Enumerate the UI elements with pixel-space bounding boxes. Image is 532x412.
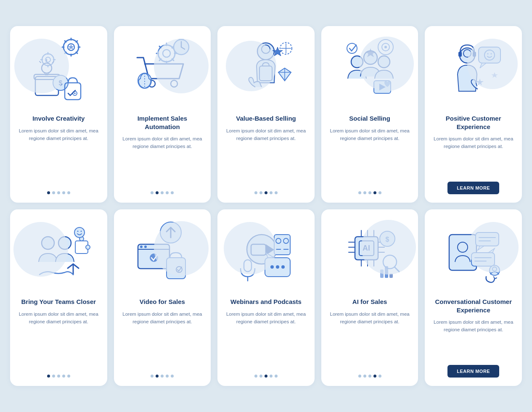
dot-3[interactable] (161, 191, 164, 194)
svg-point-91 (140, 246, 143, 248)
dot-2[interactable] (52, 375, 55, 378)
card-illustration-automation (114, 26, 211, 110)
dot-4[interactable] (62, 191, 65, 194)
card-body-conv-cx: Conversational Customer Experience Lorem… (425, 293, 522, 378)
card-dots-webinars (254, 375, 278, 378)
dot-1[interactable] (47, 191, 50, 194)
card-title-video: Video for Sales (140, 298, 185, 306)
dot-5[interactable] (171, 375, 174, 378)
card-desc-positive-cx: Lorem ipsum dolor sit dim amet, mea regi… (432, 135, 514, 176)
card-dots-teams (47, 375, 70, 378)
svg-point-92 (144, 246, 147, 248)
dot-2[interactable] (363, 375, 366, 378)
dot-2[interactable] (259, 191, 262, 194)
dot-2[interactable] (52, 191, 55, 194)
card-desc-ai-sales: Lorem ipsum dolor sit dim amet, mea regi… (329, 310, 411, 369)
card-desc-conv-cx: Lorem ipsum dolor sit dim amet, mea regi… (432, 318, 514, 359)
card-title-teams: Bring Your Teams Closer (21, 298, 96, 306)
svg-point-84 (86, 245, 90, 249)
dot-1[interactable] (254, 375, 257, 378)
card-illustration-value-selling (217, 26, 315, 110)
dot-5[interactable] (378, 191, 381, 194)
dot-1[interactable] (254, 191, 257, 194)
svg-point-101 (270, 265, 274, 269)
dot-4[interactable] (62, 375, 65, 378)
dot-5[interactable] (378, 375, 381, 378)
card-illustration-ai-sales: AI $ (321, 209, 418, 293)
card-social-selling: Social Selling Lorem ipsum dolor sit dim… (321, 26, 418, 203)
dot-5[interactable] (171, 191, 174, 194)
card-title-positive-cx: Positive Customer Experience (432, 114, 514, 131)
dot-1[interactable] (151, 191, 154, 194)
dot-1[interactable] (151, 375, 154, 378)
dot-4[interactable] (373, 191, 376, 194)
svg-line-9 (76, 41, 77, 42)
card-desc-creativity: Lorem ipsum dolor sit dim amet, mea regi… (18, 127, 100, 186)
svg-point-103 (281, 265, 285, 269)
dot-3[interactable] (368, 375, 371, 378)
svg-line-6 (65, 41, 66, 42)
card-dots-ai-sales (358, 375, 381, 378)
card-dots-creativity (47, 191, 70, 194)
dot-4[interactable] (166, 191, 169, 194)
card-implement-sales-automation: Implement Sales Automation Lorem ipsum d… (114, 26, 211, 203)
svg-point-62 (347, 43, 357, 53)
dot-4[interactable] (373, 375, 376, 378)
card-conversational-cx: Conversational Customer Experience Lorem… (425, 209, 522, 386)
dot-5[interactable] (67, 191, 70, 194)
dot-5[interactable] (275, 191, 278, 194)
dot-4[interactable] (270, 191, 273, 194)
card-desc-value-selling: Lorem ipsum dolor sit dim amet, mea regi… (225, 127, 307, 186)
card-desc-webinars: Lorem ipsum dolor sit dim amet, mea regi… (225, 310, 307, 369)
card-body-teams: Bring Your Teams Closer Lorem ipsum dolo… (10, 293, 107, 378)
card-video-for-sales: Video for Sales Lorem ipsum dolor sit di… (114, 209, 211, 386)
dot-3[interactable] (57, 375, 60, 378)
card-bring-teams-closer: Bring Your Teams Closer Lorem ipsum dolo… (10, 209, 107, 386)
dot-3[interactable] (161, 375, 164, 378)
dot-3[interactable] (368, 191, 371, 194)
card-body-webinars: Webinars and Podcasts Lorem ipsum dolor … (217, 293, 315, 378)
card-illustration-conv-cx (425, 209, 522, 293)
card-body-creativity: Involve Creativity Lorem ipsum dolor sit… (10, 110, 107, 194)
dot-2[interactable] (156, 375, 159, 378)
dot-4[interactable] (270, 375, 273, 378)
svg-line-7 (76, 52, 77, 53)
card-title-social-selling: Social Selling (349, 114, 390, 123)
card-body-positive-cx: Positive Customer Experience Lorem ipsum… (425, 110, 522, 194)
dot-2[interactable] (156, 191, 159, 194)
card-webinars-podcasts: Webinars and Podcasts Lorem ipsum dolor … (217, 209, 315, 386)
card-positive-cx: Positive Customer Experience Lorem ipsum… (425, 26, 522, 203)
card-involve-creativity: $ Involve Creativity Lorem ipsum dolor s… (10, 26, 107, 203)
learn-more-button-positive-cx[interactable]: LEARN MORE (447, 182, 499, 194)
dot-1[interactable] (47, 375, 50, 378)
card-grid: $ Involve Creativity Lorem ipsum dolor s… (10, 26, 522, 386)
svg-rect-71 (458, 52, 462, 57)
card-body-value-selling: Value-Based Selling Lorem ipsum dolor si… (217, 110, 315, 194)
card-body-automation: Implement Sales Automation Lorem ipsum d… (114, 110, 211, 194)
dot-5[interactable] (275, 375, 278, 378)
dot-1[interactable] (358, 191, 361, 194)
card-title-creativity: Involve Creativity (32, 114, 85, 123)
card-desc-social-selling: Lorem ipsum dolor sit dim amet, mea regi… (329, 127, 411, 186)
dot-3[interactable] (57, 191, 60, 194)
card-dots-value-selling (254, 191, 278, 194)
dot-4[interactable] (166, 375, 169, 378)
learn-more-button-conv-cx[interactable]: LEARN MORE (447, 365, 499, 378)
card-desc-video: Lorem ipsum dolor sit dim amet, mea regi… (122, 310, 204, 369)
card-title-value-selling: Value-Based Selling (236, 114, 296, 123)
card-title-conv-cx: Conversational Customer Experience (432, 298, 514, 314)
dot-1[interactable] (358, 375, 361, 378)
dot-2[interactable] (259, 375, 262, 378)
card-illustration-video (114, 209, 211, 293)
dot-3[interactable] (265, 375, 267, 378)
dot-5[interactable] (67, 375, 70, 378)
card-desc-automation: Lorem ipsum dolor sit dim amet, mea regi… (122, 135, 204, 185)
svg-rect-106 (274, 235, 290, 255)
card-desc-teams: Lorem ipsum dolor sit dim amet, mea regi… (18, 310, 100, 369)
card-body-ai-sales: AI for Sales Lorem ipsum dolor sit dim a… (321, 293, 418, 378)
dot-3[interactable] (265, 191, 267, 194)
svg-point-87 (81, 231, 82, 232)
dot-2[interactable] (363, 191, 366, 194)
card-dots-social-selling (358, 191, 381, 194)
svg-point-102 (276, 265, 279, 269)
